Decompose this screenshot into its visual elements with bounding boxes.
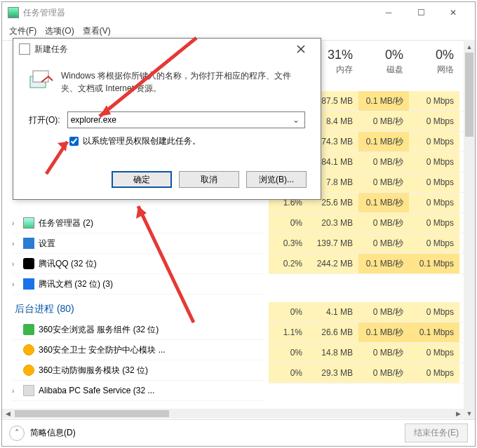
cell-network: 0 Mbps bbox=[409, 91, 459, 111]
cell-network: 0 Mbps bbox=[409, 213, 459, 233]
scroll-right-icon[interactable]: ▶ bbox=[452, 409, 464, 419]
app-title: 任务管理器 bbox=[23, 7, 372, 19]
open-input[interactable] bbox=[71, 115, 290, 125]
process-name: Alibaba PC Safe Service (32 ... bbox=[39, 386, 154, 395]
admin-label: 以系统管理员权限创建此任务。 bbox=[83, 135, 201, 147]
app-icon bbox=[8, 7, 19, 18]
cell-network: 0.1 Mbps bbox=[409, 323, 459, 342]
statusbar: ˄ 简略信息(D) 结束任务(E) bbox=[2, 419, 475, 446]
cell-disk: 0 MB/秒 bbox=[358, 233, 409, 253]
menu-options[interactable]: 选项(O) bbox=[45, 25, 74, 37]
cell-disk: 0 MB/秒 bbox=[358, 302, 409, 322]
expand-icon[interactable]: › bbox=[12, 280, 19, 288]
horizontal-scrollbar[interactable]: ◀ ▶ bbox=[2, 409, 464, 419]
process-item[interactable]: 360主动防御服务模块 (32 位) bbox=[12, 360, 264, 381]
cell-disk: 0.1 MB/秒 bbox=[358, 323, 409, 342]
svg-rect-3 bbox=[33, 71, 48, 82]
table-row[interactable]: 0% 20.3 MB 0 MB/秒 0 Mbps bbox=[269, 213, 475, 233]
cell-memory: 4.1 MB bbox=[308, 302, 358, 322]
menu-file[interactable]: 文件(F) bbox=[9, 25, 36, 37]
process-name: 腾讯QQ (32 位) bbox=[39, 258, 97, 270]
cell-disk: 0 MB/秒 bbox=[358, 343, 409, 362]
process-icon bbox=[23, 217, 34, 229]
collapse-button[interactable]: ˄ bbox=[9, 426, 25, 441]
cell-network: 0 Mbps bbox=[409, 152, 459, 172]
dialog-titlebar[interactable]: 新建任务 bbox=[13, 39, 321, 60]
end-task-button[interactable]: 结束任务(E) bbox=[405, 423, 468, 442]
table-row[interactable]: 0.2% 244.2 MB 0.1 MB/秒 0.1 Mbps bbox=[269, 254, 475, 274]
cell-network: 0 Mbps bbox=[409, 172, 459, 192]
process-item[interactable]: › 腾讯文档 (32 位) (3) bbox=[12, 274, 264, 294]
cell-network: 0 Mbps bbox=[409, 193, 459, 212]
table-row[interactable]: 1.1% 26.6 MB 0.1 MB/秒 0.1 Mbps bbox=[269, 323, 475, 343]
cell-disk: 0 MB/秒 bbox=[358, 152, 409, 172]
menu-view[interactable]: 查看(V) bbox=[83, 25, 111, 37]
process-icon bbox=[23, 258, 34, 269]
table-row[interactable]: 0% 4.1 MB 0 MB/秒 0 Mbps bbox=[269, 302, 475, 323]
process-icon bbox=[23, 324, 34, 335]
cancel-button[interactable]: 取消 bbox=[179, 171, 239, 188]
process-item[interactable]: › 任务管理器 (2) bbox=[12, 213, 264, 233]
close-icon bbox=[297, 45, 305, 53]
maximize-button[interactable]: ☐ bbox=[405, 2, 437, 23]
process-item[interactable]: 360安全浏览器 服务组件 (32 位) bbox=[12, 320, 264, 340]
process-item[interactable]: › 设置 bbox=[12, 233, 264, 254]
chevron-down-icon[interactable]: ⌄ bbox=[290, 115, 302, 125]
new-task-dialog: 新建任务 Windows 将根据你所键入的名称，为你打开相应的程序、文件夹、文档… bbox=[13, 38, 321, 200]
cell-disk: 0 MB/秒 bbox=[358, 213, 409, 233]
section-bg-processes: 后台进程 (80) bbox=[15, 303, 264, 315]
scroll-up-icon[interactable]: ▲ bbox=[464, 41, 475, 53]
scroll-left-icon[interactable]: ◀ bbox=[2, 409, 13, 419]
cell-memory: 29.3 MB bbox=[308, 363, 358, 383]
cell-disk: 0.1 MB/秒 bbox=[358, 193, 409, 212]
cell-disk: 0 MB/秒 bbox=[358, 111, 409, 131]
process-name: 设置 bbox=[39, 238, 55, 250]
cell-network: 0 Mbps bbox=[409, 111, 459, 131]
brief-info-label[interactable]: 简略信息(D) bbox=[30, 427, 76, 439]
col-disk[interactable]: 0% 磁盘 bbox=[358, 48, 409, 79]
cell-disk: 0.1 MB/秒 bbox=[358, 91, 409, 111]
process-name: 腾讯文档 (32 位) (3) bbox=[39, 278, 113, 290]
col-network[interactable]: 0% 网络 bbox=[409, 48, 459, 79]
table-row[interactable]: 0% 29.3 MB 0 MB/秒 0 Mbps bbox=[269, 363, 475, 383]
minimize-button[interactable]: ─ bbox=[372, 2, 405, 23]
table-row[interactable]: 0.3% 139.7 MB 0 MB/秒 0 Mbps bbox=[269, 233, 475, 254]
dialog-close-button[interactable] bbox=[287, 39, 315, 60]
expand-icon[interactable]: › bbox=[12, 240, 19, 247]
open-combobox[interactable]: ⌄ bbox=[67, 111, 305, 128]
expand-icon[interactable]: › bbox=[12, 260, 19, 268]
process-icon bbox=[23, 344, 34, 355]
expand-icon[interactable]: › bbox=[12, 219, 19, 227]
dialog-title: 新建任务 bbox=[34, 43, 287, 55]
dialog-hint: Windows 将根据你所键入的名称，为你打开相应的程序、文件夹、文档或 Int… bbox=[61, 69, 305, 95]
titlebar[interactable]: 任务管理器 ─ ☐ ✕ bbox=[2, 2, 475, 23]
hscroll-thumb[interactable] bbox=[15, 410, 169, 417]
cell-network: 0 Mbps bbox=[409, 302, 459, 322]
process-item[interactable]: 360安全卫士 安全防护中心模块 ... bbox=[12, 340, 264, 360]
browse-button[interactable]: 浏览(B)... bbox=[246, 171, 307, 188]
cell-memory: 20.3 MB bbox=[308, 213, 358, 233]
process-item[interactable]: › 腾讯QQ (32 位) bbox=[12, 254, 264, 274]
scroll-down-icon[interactable]: ▼ bbox=[464, 408, 475, 419]
cell-network: 0 Mbps bbox=[409, 132, 459, 151]
menubar: 文件(F) 选项(O) 查看(V) bbox=[2, 23, 475, 39]
close-button[interactable]: ✕ bbox=[437, 2, 469, 23]
cell-network: 0 Mbps bbox=[409, 343, 459, 362]
run-icon bbox=[19, 43, 30, 55]
process-name: 任务管理器 (2) bbox=[39, 217, 93, 229]
expand-icon[interactable]: › bbox=[12, 387, 19, 395]
ok-button[interactable]: 确定 bbox=[112, 171, 172, 188]
admin-checkbox[interactable] bbox=[69, 137, 79, 146]
process-icon bbox=[23, 365, 34, 376]
scroll-thumb[interactable] bbox=[465, 53, 473, 137]
process-name: 360安全卫士 安全防护中心模块 ... bbox=[39, 344, 166, 356]
vertical-scrollbar[interactable]: ▲ ▼ bbox=[464, 41, 475, 419]
table-row[interactable]: 0% 14.8 MB 0 MB/秒 0 Mbps bbox=[269, 343, 475, 363]
cell-cpu: 0.3% bbox=[269, 233, 308, 253]
cell-memory: 244.2 MB bbox=[308, 254, 358, 273]
cell-cpu: 0% bbox=[269, 213, 308, 233]
chevron-up-icon: ˄ bbox=[15, 428, 19, 438]
open-label: 打开(O): bbox=[29, 114, 60, 126]
process-item[interactable]: › Alibaba PC Safe Service (32 ... bbox=[12, 381, 264, 401]
run-dialog-icon bbox=[29, 69, 54, 92]
